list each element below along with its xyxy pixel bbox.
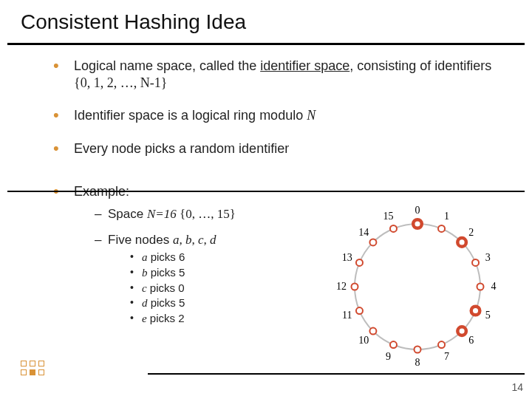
ring-label-14: 14 [358,227,369,238]
deco-sq [38,361,44,366]
text: , consisting of identifiers [349,58,491,73]
t: picks 6 [148,250,185,263]
ring-node-13 [356,259,363,266]
ring-node-10 [369,328,376,335]
bullet-1: Logical name space, called the identifie… [53,58,511,91]
vars: a, b, c, d [173,233,216,247]
ring-label-15: 15 [383,211,394,222]
t: picks 5 [148,266,185,279]
ring-label-10: 10 [358,335,369,346]
ring-node-6 [457,327,466,335]
ring-node-15 [390,225,397,232]
t: picks 5 [148,296,185,309]
v: c [142,282,147,294]
ring-label-3: 3 [485,252,491,263]
ring-node-2 [457,238,466,247]
ring-node-3 [472,259,479,266]
ring-label-4: 4 [491,281,497,292]
v: b [142,267,148,279]
ring-diagram: 0123456789101112131415 [325,204,510,374]
ring-label-9: 9 [386,351,391,362]
bullet-3: Every node picks a random identifier [53,140,511,157]
ring-node-8 [415,347,421,353]
ring-node-9 [390,341,397,348]
ring-node-14 [369,239,376,245]
ring-label-6: 6 [468,335,474,346]
ring-label-8: 8 [415,357,420,368]
footer-rule [148,373,525,375]
var: N=16 [147,207,177,221]
ring-node-1 [438,225,445,232]
v: d [142,297,148,309]
text: Five nodes [108,233,173,247]
text: Logical name space, called the [74,58,260,73]
ring-node-7 [438,341,445,348]
footer-decor [21,361,72,381]
v: a [142,251,148,263]
ring-label-12: 12 [336,281,347,292]
set-notation: {0, 1, 2, …, N-1} [74,75,167,90]
ring-label-13: 13 [342,252,352,263]
title-rule [7,43,525,45]
t: picks 2 [147,312,185,324]
deco-sq [30,361,35,366]
ring-node-0 [413,219,422,228]
ring-label-11: 11 [342,310,352,321]
deco-sq [30,369,35,375]
ring-node-11 [356,307,363,314]
divider-rule [7,191,525,192]
page-number: 14 [511,381,523,393]
text: Identifier space is a logical ring modul… [74,108,307,123]
ring-label-5: 5 [485,310,491,321]
deco-sq [38,369,44,375]
ring-label-2: 2 [468,227,474,238]
text: Space [108,207,147,221]
ring-label-7: 7 [444,351,449,362]
bullet-2: Identifier space is a logical ring modul… [53,107,511,124]
slide: Consistent Hashing Idea Logical name spa… [0,0,532,399]
deco-sq [21,361,27,366]
underlined-term: identifier space [260,58,349,73]
var-n: N [307,108,316,123]
ring-node-12 [352,284,358,290]
ring-label-0: 0 [415,205,420,216]
deco-sq [21,369,27,375]
v: e [142,313,147,324]
ring-node-5 [471,307,480,316]
slide-title: Consistent Hashing Idea [21,10,246,34]
ring-label-1: 1 [444,211,449,222]
ring-node-4 [477,284,484,290]
set: {0, …, 15} [177,207,236,221]
t: picks 0 [147,282,185,294]
